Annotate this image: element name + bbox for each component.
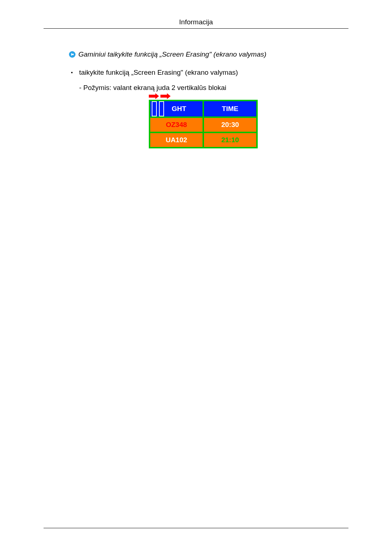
bullet-item: taikykite funkciją „Screen Erasing" (ekr… [69, 69, 348, 77]
section-heading: Gaminiui taikykite funkciją „Screen Eras… [78, 50, 266, 58]
erasing-bar-icon [152, 101, 157, 116]
footer-rule [44, 528, 348, 528]
cell-time-1: 20:30 [203, 116, 256, 132]
table-row: UA102 21:10 [150, 132, 256, 147]
document-page: Informacija Gaminiui taikykite funkciją … [44, 18, 348, 148]
page-header-title: Informacija [44, 18, 348, 29]
cell-flight-1: OZ348 [150, 116, 203, 132]
arrow-right-circle-icon [69, 51, 75, 58]
cell-flight-2: UA102 [150, 132, 203, 147]
sub-line-text: - Požymis: valant ekraną juda 2 vertikal… [69, 84, 348, 92]
table-header-time: TIME [203, 101, 256, 116]
red-arrow-right-icon [149, 93, 159, 99]
erasing-bar-icon [159, 101, 164, 116]
document-content: Gaminiui taikykite funkciją „Screen Eras… [44, 29, 348, 148]
cell-time-2: 21:10 [203, 132, 256, 147]
red-arrow-right-icon [160, 93, 171, 99]
example-table: GHT TIME OZ348 20:30 UA102 21:10 [149, 100, 258, 148]
svg-rect-0 [72, 54, 74, 55]
table-row: OZ348 20:30 [150, 116, 256, 132]
erasing-bars [152, 101, 164, 116]
header-col1-fragment: GHT [172, 105, 186, 113]
bullet-dot-icon [71, 72, 73, 73]
red-arrows-row [149, 93, 348, 99]
bullet-text: taikykite funkciją „Screen Erasing" (ekr… [79, 69, 238, 77]
header-col2-text: TIME [222, 105, 238, 113]
table-header-flight: GHT [150, 101, 203, 116]
section-heading-row: Gaminiui taikykite funkciją „Screen Eras… [69, 50, 348, 58]
table-header-row: GHT TIME [150, 101, 256, 116]
